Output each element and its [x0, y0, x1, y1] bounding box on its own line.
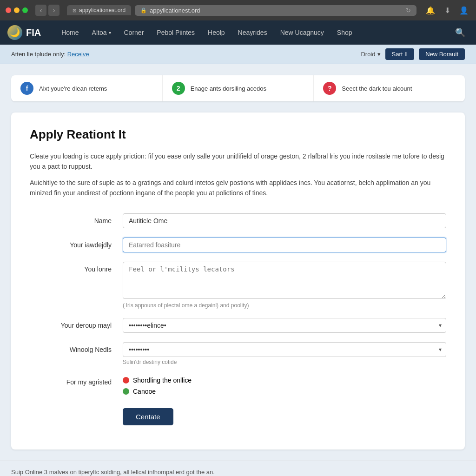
- droid-chevron-icon: ▾: [377, 51, 381, 58]
- notice-bar: Atten lie tplude only: Receive Droid ▾ S…: [0, 45, 476, 64]
- notice-link[interactable]: Receive: [67, 51, 89, 58]
- form-description: Cleate you loadng is cuce apply priction…: [30, 151, 446, 198]
- name-input[interactable]: [123, 213, 446, 228]
- browser-chrome: ‹ › ⊡ appylicationest.ord 🔒 appylication…: [0, 0, 476, 20]
- logo-symbol: 🌙: [10, 27, 20, 38]
- winoolg-hint: Sulin'dr destiny cotide: [123, 359, 446, 365]
- deroup-label: Your deroup mayl: [30, 318, 123, 329]
- lonre-label: You lonre: [30, 262, 123, 273]
- iawdejdly-control: [123, 238, 446, 252]
- winoolg-select[interactable]: •••••••••: [123, 342, 446, 357]
- form-body: Name Your iawdejdly You lonre ( lris app…: [30, 213, 446, 425]
- name-control: [123, 213, 446, 228]
- minimize-dot[interactable]: [14, 7, 20, 13]
- lock-icon: 🔒: [140, 7, 147, 13]
- maximize-dot[interactable]: [22, 7, 28, 13]
- agristed-row: For my agristed Shordling the onllice Ca…: [30, 375, 446, 395]
- nav-item-neayrides[interactable]: Neayrides: [232, 25, 273, 40]
- form-desc-2: Auichitlye to the sure of suple as to a …: [30, 178, 446, 198]
- nav-item-pebol[interactable]: Pebol Piintes: [151, 25, 200, 40]
- nav-item-altoa[interactable]: Altoa ▾: [86, 25, 117, 40]
- submit-spacer: [30, 404, 123, 408]
- radio-label-2: Canooe: [133, 388, 156, 395]
- step-3-label: Seect the dark tou alcount: [342, 85, 412, 92]
- main-content: f Alxt youe're dlean retems 2 Enage ants…: [0, 64, 476, 461]
- step-1-label: Alxt youe're dlean retems: [39, 85, 107, 92]
- notice-right: Droid ▾ Sart II New Borauit: [361, 48, 465, 60]
- step-1-circle: f: [20, 82, 33, 95]
- logo[interactable]: 🌙 FIA: [7, 25, 41, 40]
- nav-item-corner[interactable]: Corner: [119, 25, 150, 40]
- notice-text: Atten lie tplude only: Receive: [11, 51, 89, 58]
- nav-item-shop[interactable]: Shop: [331, 25, 358, 40]
- tab-page-icon: ⊡: [73, 8, 76, 13]
- nav-item-new-ucagnucy[interactable]: New Ucagnucy: [275, 25, 330, 40]
- iawdejdly-input[interactable]: [123, 238, 446, 252]
- radio-option-1[interactable]: Shordling the onllice: [123, 377, 446, 384]
- deroup-control: ••••••••elince• ▾: [123, 318, 446, 333]
- submit-control: Centate: [123, 404, 446, 425]
- download-icon[interactable]: ⬇: [441, 4, 454, 17]
- radio-dot-red-icon: [123, 377, 129, 383]
- step-3[interactable]: ? Seect the dark tou alcount: [314, 75, 465, 101]
- step-2-circle: 2: [172, 82, 185, 95]
- deroup-row: Your deroup mayl ••••••••elince• ▾: [30, 318, 446, 333]
- step-2[interactable]: 2 Enage ants dorsiling acedos: [163, 75, 314, 101]
- logo-icon: 🌙: [7, 25, 22, 40]
- winoolg-row: Winoolg Nedls ••••••••• ▾ Sulin'dr desti…: [30, 342, 446, 365]
- submit-button[interactable]: Centate: [123, 408, 173, 425]
- lonre-control: ( lris appouns of plectal ome a degainl)…: [123, 262, 446, 309]
- page-footer: Suip Online 3 malves on tiperyltc soldin…: [0, 461, 476, 476]
- browser-tab[interactable]: ⊡ appylicationest.ord: [67, 5, 131, 15]
- notifications-icon[interactable]: 🔔: [424, 4, 437, 17]
- nav-items: Home Altoa ▾ Corner Pebol Piintes Heolp …: [56, 25, 452, 40]
- steps-wizard: f Alxt youe're dlean retems 2 Enage ants…: [11, 75, 465, 101]
- reload-icon[interactable]: ↻: [406, 7, 411, 14]
- step-1[interactable]: f Alxt youe're dlean retems: [11, 75, 163, 101]
- tab-label: appylicationest.ord: [79, 7, 126, 13]
- altoa-arrow-icon: ▾: [109, 30, 111, 35]
- name-label: Name: [30, 213, 123, 225]
- profile-icon[interactable]: 👤: [457, 4, 470, 17]
- url-bar[interactable]: 🔒 appylicationest.ord ↻: [135, 5, 416, 16]
- droid-selector[interactable]: Droid ▾: [361, 51, 380, 58]
- winoolg-select-wrap: ••••••••• ▾: [123, 342, 446, 357]
- form-title: Apply Reationt It: [30, 127, 446, 142]
- iawdejdly-label: Your iawdejdly: [30, 238, 123, 249]
- browser-dots: [6, 7, 28, 13]
- navbar-right: 🔍: [452, 24, 469, 41]
- new-borauit-button[interactable]: New Borauit: [419, 48, 465, 60]
- logo-text: FIA: [26, 27, 41, 38]
- lonre-row: You lonre ( lris appouns of plectal ome …: [30, 262, 446, 309]
- submit-row: Centate: [30, 404, 446, 425]
- back-button[interactable]: ‹: [35, 5, 46, 16]
- footer-text-1: Suip Online 3 malves on tiperyltc soldin…: [11, 469, 465, 476]
- radio-group: Shordling the onllice Canooe: [123, 375, 446, 395]
- form-desc-1: Cleate you loadng is cuce apply priction…: [30, 151, 446, 172]
- search-icon[interactable]: 🔍: [452, 24, 469, 41]
- step-2-label: Enage ants dorsiling acedos: [191, 85, 266, 92]
- nav-item-home[interactable]: Home: [56, 25, 84, 40]
- close-dot[interactable]: [6, 7, 11, 13]
- step-3-circle: ?: [323, 82, 336, 95]
- agristed-label: For my agristed: [30, 375, 123, 386]
- forward-button[interactable]: ›: [48, 5, 60, 16]
- navbar: 🌙 FIA Home Altoa ▾ Corner Pebol Piintes …: [0, 20, 476, 45]
- iawdejdly-row: Your iawdejdly: [30, 238, 446, 252]
- agristed-control: Shordling the onllice Canooe: [123, 375, 446, 395]
- browser-actions: 🔔 ⬇ 👤: [424, 4, 470, 17]
- nav-item-heolp[interactable]: Heolp: [202, 25, 231, 40]
- radio-dot-green-icon: [123, 388, 129, 395]
- radio-option-2[interactable]: Canooe: [123, 388, 446, 395]
- lonre-textarea[interactable]: [123, 262, 446, 299]
- name-row: Name: [30, 213, 446, 228]
- winoolg-label: Winoolg Nedls: [30, 342, 123, 353]
- browser-nav-buttons: ‹ ›: [35, 5, 60, 16]
- deroup-select-wrap: ••••••••elince• ▾: [123, 318, 446, 333]
- sort-button[interactable]: Sart II: [385, 48, 415, 60]
- form-card: Apply Reationt It Cleate you loadng is c…: [11, 112, 465, 450]
- lonre-hint: ( lris appouns of plectal ome a degainl)…: [123, 302, 446, 309]
- winoolg-control: ••••••••• ▾ Sulin'dr destiny cotide: [123, 342, 446, 365]
- radio-label-1: Shordling the onllice: [133, 377, 192, 384]
- deroup-select[interactable]: ••••••••elince•: [123, 318, 446, 333]
